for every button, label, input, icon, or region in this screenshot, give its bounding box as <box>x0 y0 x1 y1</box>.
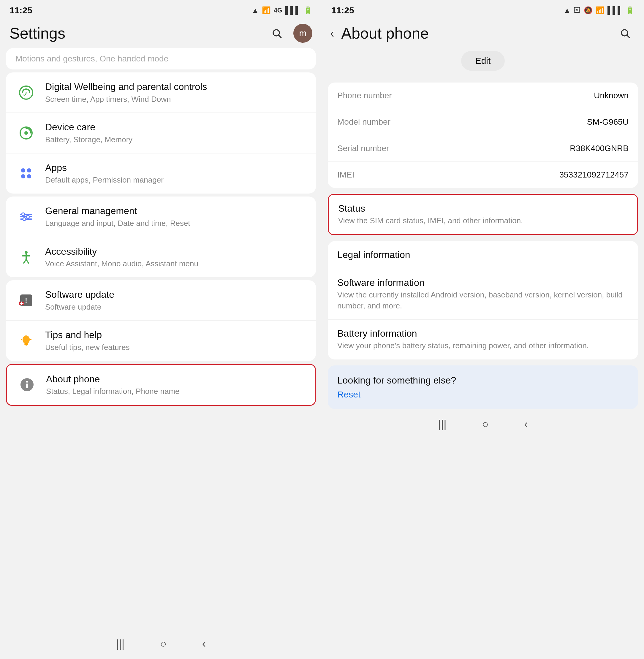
back-title-group: ‹ About phone <box>328 24 429 43</box>
settings-item-digital-wellbeing[interactable]: Digital Wellbeing and parental controls … <box>6 72 316 113</box>
device-care-icon <box>16 122 37 144</box>
right-recents-button[interactable]: ||| <box>438 418 446 430</box>
settings-item-tips[interactable]: Tips and help Useful tips, new features <box>6 321 316 361</box>
svg-point-6 <box>27 168 31 172</box>
about-phone-title: About phone <box>46 373 305 385</box>
alert-icon: ▲ <box>252 6 259 15</box>
model-number-label: Model number <box>337 117 390 127</box>
right-page-title: About phone <box>341 24 429 42</box>
right-search-button[interactable] <box>616 24 635 43</box>
digital-wellbeing-subtitle: Screen time, App timers, Wind Down <box>45 94 306 104</box>
phone-number-row: Phone number Unknown <box>328 83 638 109</box>
digital-wellbeing-title: Digital Wellbeing and parental controls <box>45 81 306 93</box>
right-status-icons: ▲ 🖼 🔕 📶 ▌▌▌ 🔋 <box>564 6 635 15</box>
left-scroll-area: Motions and gestures, One handed mode Di… <box>0 48 322 632</box>
user-avatar[interactable]: m <box>293 24 312 43</box>
svg-point-25 <box>23 335 30 344</box>
search-button[interactable] <box>267 24 286 43</box>
card-3: ! Software update Software update <box>6 280 316 361</box>
imei-row: IMEI 353321092712457 <box>328 162 638 188</box>
status-highlighted[interactable]: Status View the SIM card status, IMEI, a… <box>328 194 638 235</box>
svg-rect-32 <box>26 383 28 388</box>
about-phone-subtitle: Status, Legal information, Phone name <box>46 386 305 397</box>
left-nav-bar: ||| ○ ‹ <box>0 632 322 659</box>
right-image-icon: 🖼 <box>574 6 581 15</box>
digital-wellbeing-icon <box>16 82 37 103</box>
settings-item-about-phone[interactable]: About phone Status, Legal information, P… <box>7 365 315 405</box>
svg-point-31 <box>26 381 28 383</box>
reset-link[interactable]: Reset <box>337 390 361 399</box>
digital-wellbeing-text: Digital Wellbeing and parental controls … <box>45 81 306 104</box>
accessibility-text: Accessibility Voice Assistant, Mono audi… <box>45 245 306 269</box>
svg-line-34 <box>627 35 629 38</box>
apps-subtitle: Default apps, Permission manager <box>45 175 306 185</box>
back-button[interactable]: ‹ <box>202 638 206 650</box>
settings-title: Settings <box>9 24 65 42</box>
right-app-bar: ‹ About phone <box>322 18 644 48</box>
phone-number-value: Unknown <box>594 91 628 100</box>
svg-text:!: ! <box>25 297 27 304</box>
software-update-text: Software update Software update <box>45 288 306 312</box>
status-menu-item[interactable]: Status View the SIM card status, IMEI, a… <box>329 195 637 234</box>
model-number-row: Model number SM-G965U <box>328 109 638 135</box>
software-update-title: Software update <box>45 288 306 301</box>
apps-text: Apps Default apps, Permission manager <box>45 162 306 185</box>
right-back-button[interactable]: ‹ <box>524 418 528 430</box>
legal-information-title: Legal information <box>337 249 628 260</box>
svg-point-8 <box>27 174 31 179</box>
about-phone-text: About phone Status, Legal information, P… <box>46 373 305 397</box>
tips-subtitle: Useful tips, new features <box>45 343 306 353</box>
signal-icon: 📶 <box>262 6 271 15</box>
battery-information-subtitle: View your phone's battery status, remain… <box>337 340 628 351</box>
serial-number-row: Serial number R38K400GNRB <box>328 135 638 162</box>
right-battery-icon: 🔋 <box>626 6 635 15</box>
right-menu-card: Legal information Software information V… <box>328 241 638 359</box>
settings-item-accessibility[interactable]: Accessibility Voice Assistant, Mono audi… <box>6 237 316 277</box>
recents-button[interactable]: ||| <box>116 638 124 650</box>
left-status-icons: ▲ 📶 4G ▌▌▌ 🔋 <box>252 6 312 15</box>
software-information-item[interactable]: Software information View the currently … <box>328 269 638 320</box>
accessibility-icon <box>16 246 37 268</box>
partial-card: Motions and gestures, One handed mode <box>6 48 316 69</box>
device-care-subtitle: Battery, Storage, Memory <box>45 135 306 145</box>
accessibility-title: Accessibility <box>45 245 306 258</box>
settings-item-apps[interactable]: Apps Default apps, Permission manager <box>6 154 316 193</box>
svg-point-12 <box>22 213 25 216</box>
back-button-right[interactable]: ‹ <box>328 24 337 43</box>
right-nav-bar: ||| ○ ‹ <box>322 412 644 439</box>
right-home-button[interactable]: ○ <box>482 418 489 430</box>
settings-item-device-care[interactable]: Device care Battery, Storage, Memory <box>6 113 316 153</box>
legal-information-item[interactable]: Legal information <box>328 241 638 269</box>
general-management-text: General management Language and input, D… <box>45 205 306 228</box>
tips-icon <box>16 330 37 351</box>
right-status-bar: 11:25 ▲ 🖼 🔕 📶 ▌▌▌ 🔋 <box>322 0 644 18</box>
right-time: 11:25 <box>331 5 354 16</box>
edit-row: Edit <box>322 48 644 77</box>
right-panel: 11:25 ▲ 🖼 🔕 📶 ▌▌▌ 🔋 ‹ About phone Edit P… <box>322 0 644 659</box>
about-phone-icon <box>16 374 38 395</box>
software-update-subtitle: Software update <box>45 302 306 312</box>
svg-point-14 <box>23 218 26 220</box>
battery-icon: 🔋 <box>303 6 312 15</box>
looking-title: Looking for something else? <box>337 375 628 386</box>
svg-point-5 <box>21 168 25 172</box>
battery-information-item[interactable]: Battery information View your phone's ba… <box>328 320 638 359</box>
settings-item-general-management[interactable]: General management Language and input, D… <box>6 196 316 237</box>
partial-item[interactable]: Motions and gestures, One handed mode <box>6 48 316 69</box>
card-2: General management Language and input, D… <box>6 196 316 277</box>
card-1: Digital Wellbeing and parental controls … <box>6 72 316 193</box>
general-management-icon <box>16 206 37 227</box>
left-panel: 11:25 ▲ 📶 4G ▌▌▌ 🔋 Settings m <box>0 0 322 659</box>
right-mute-icon: 🔕 <box>584 6 593 15</box>
home-button[interactable]: ○ <box>160 638 166 650</box>
tips-text: Tips and help Useful tips, new features <box>45 329 306 352</box>
svg-rect-26 <box>24 343 28 345</box>
settings-item-software-update[interactable]: ! Software update Software update <box>6 280 316 321</box>
edit-button[interactable]: Edit <box>461 51 505 71</box>
apps-icon <box>16 163 37 184</box>
right-bars-icon: ▌▌▌ <box>607 6 623 15</box>
about-phone-highlighted[interactable]: About phone Status, Legal information, P… <box>6 364 316 406</box>
left-time: 11:25 <box>9 5 32 16</box>
right-wifi-icon: 📶 <box>596 6 604 15</box>
apps-title: Apps <box>45 162 306 174</box>
